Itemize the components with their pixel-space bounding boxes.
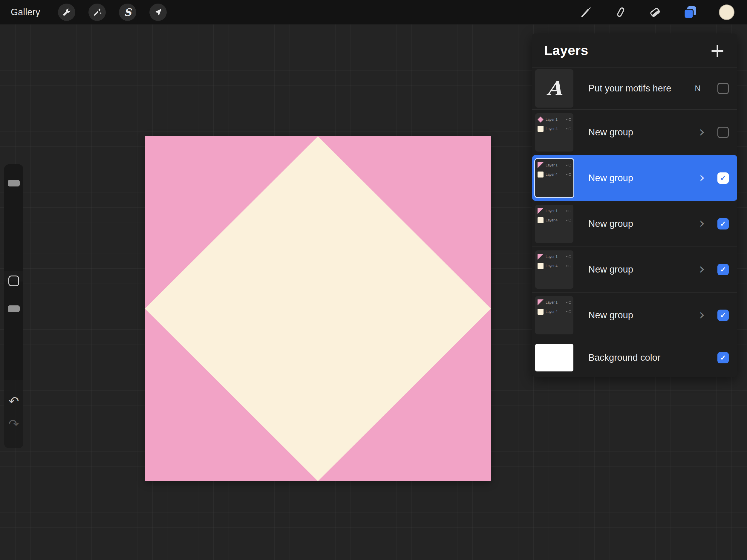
mini-layer-row: Layer 1 (538, 299, 571, 306)
mini-layer-label: Layer 1 (546, 118, 558, 122)
mini-layer-label: Layer 4 (546, 172, 558, 177)
mini-layer-swatch (538, 254, 543, 260)
mini-layer-label: Layer 4 (546, 127, 558, 131)
diamond-motif (145, 136, 491, 481)
mini-layer-row: Layer 4 (538, 308, 571, 315)
expand-group-chevron-icon[interactable]: › (699, 307, 705, 322)
smudge-icon (614, 6, 627, 19)
mini-layer-marks (566, 128, 571, 130)
layer-row-group[interactable]: Layer 1 Layer 4 New group › ✓ (532, 292, 737, 338)
mini-layer-marks (566, 164, 571, 167)
expand-group-chevron-icon[interactable]: › (699, 261, 705, 276)
actions-button[interactable] (58, 4, 75, 21)
artwork-canvas[interactable] (145, 136, 491, 481)
layers-icon (683, 5, 697, 20)
adjustments-button[interactable] (88, 4, 106, 21)
brush-icon (579, 6, 592, 19)
mini-layer-row: Layer 1 (538, 253, 571, 260)
add-layer-button[interactable]: + (710, 42, 725, 59)
layer-title: New group (588, 310, 699, 321)
visibility-checkbox[interactable]: ✓ (717, 310, 729, 321)
mini-layer-label: Layer 1 (546, 300, 558, 305)
gallery-button[interactable]: Gallery (11, 7, 40, 18)
undo-button[interactable]: ↶ (8, 395, 19, 408)
visibility-checkbox[interactable]: ✓ (717, 218, 729, 229)
mini-layer-marks (566, 219, 571, 222)
canvas-workspace[interactable]: ↶ ↷ Layers + A Put your motifs here N La… (0, 25, 747, 560)
background-color-thumbnail (535, 344, 573, 372)
check-icon: ✓ (720, 265, 726, 274)
layer-title: New group (588, 219, 699, 229)
visibility-checkbox[interactable]: ✓ (717, 172, 729, 184)
eraser-tool-button[interactable] (648, 6, 662, 19)
selection-button[interactable]: S (119, 4, 136, 21)
wrench-icon (61, 7, 72, 17)
mini-layer-swatch (538, 309, 543, 315)
mini-layer-row: Layer 4 (538, 262, 571, 270)
blend-mode-badge[interactable]: N (691, 84, 705, 93)
mini-layer-label: Layer 4 (546, 264, 558, 268)
mini-layer-swatch (538, 162, 543, 168)
visibility-checkbox[interactable]: ✓ (717, 352, 729, 363)
opacity-handle[interactable] (8, 305, 20, 312)
topbar-left-group: Gallery S (0, 4, 167, 21)
expand-group-chevron-icon[interactable]: › (699, 170, 705, 184)
layer-title: New group (588, 127, 699, 138)
brush-tool-button[interactable] (579, 6, 592, 19)
layer-row-group[interactable]: Layer 1 Layer 4 New group › (532, 109, 737, 155)
layer-row-background[interactable]: Background color ✓ (532, 338, 737, 377)
active-color-swatch[interactable] (719, 4, 735, 20)
layer-title: Background color (588, 352, 717, 363)
text-layer-a-glyph: A (546, 79, 562, 98)
brush-size-handle[interactable] (8, 180, 20, 186)
mini-layer-row: Layer 1 (538, 116, 571, 123)
mini-layer-row: Layer 4 (538, 125, 571, 132)
mini-layer-swatch (538, 172, 543, 178)
mini-layer-swatch (538, 300, 543, 305)
mini-layer-row: Layer 4 (538, 217, 571, 224)
smudge-tool-button[interactable] (614, 6, 627, 19)
mini-layer-marks (566, 255, 571, 258)
mini-layer-marks (566, 118, 571, 121)
mini-layer-label: Layer 1 (546, 209, 558, 213)
topbar-right-group (579, 4, 747, 20)
layer-row-group[interactable]: Layer 1 Layer 4 New group › ✓ (532, 201, 737, 247)
layer-row-text[interactable]: A Put your motifs here N (532, 68, 737, 109)
check-icon: ✓ (720, 354, 726, 362)
mini-layer-swatch (538, 126, 543, 132)
layer-title: New group (588, 173, 699, 183)
group-thumbnail: Layer 1 Layer 4 (535, 113, 573, 152)
expand-group-chevron-icon[interactable]: › (699, 124, 705, 139)
mini-layer-swatch (538, 217, 543, 223)
eraser-icon (648, 6, 662, 19)
layer-row-group[interactable]: Layer 1 Layer 4 New group › ✓ (532, 247, 737, 292)
mini-layer-label: Layer 1 (546, 163, 558, 167)
visibility-checkbox[interactable] (717, 83, 729, 94)
transform-button[interactable] (149, 4, 167, 21)
mini-layer-marks (566, 173, 571, 176)
layer-title: New group (588, 264, 699, 275)
top-toolbar: Gallery S (0, 0, 747, 25)
sidebar-toolbar: ↶ ↷ (4, 164, 23, 448)
group-thumbnail: Layer 1 Layer 4 (535, 296, 573, 334)
mini-layer-swatch (538, 263, 543, 269)
visibility-checkbox[interactable] (717, 127, 729, 138)
mini-layer-marks (566, 310, 571, 313)
redo-button[interactable]: ↷ (8, 418, 19, 430)
layers-panel-button[interactable] (683, 5, 697, 20)
mini-layer-marks (566, 265, 571, 267)
check-icon: ✓ (720, 174, 726, 182)
group-thumbnail: Layer 1 Layer 4 (535, 205, 573, 243)
layer-row-group-selected[interactable]: Layer 1 Layer 4 New group › ✓ (532, 155, 737, 201)
modify-button[interactable] (8, 276, 19, 286)
expand-group-chevron-icon[interactable]: › (699, 216, 705, 230)
mini-layer-row: Layer 1 (538, 207, 571, 214)
mini-layer-marks (566, 210, 571, 212)
opacity-slider[interactable] (4, 281, 23, 380)
group-thumbnail: Layer 1 Layer 4 (535, 250, 573, 289)
mini-layer-row: Layer 4 (538, 171, 571, 178)
mini-layer-label: Layer 1 (546, 255, 558, 259)
visibility-checkbox[interactable]: ✓ (717, 264, 729, 275)
text-layer-thumbnail: A (535, 69, 573, 108)
layers-panel: Layers + A Put your motifs here N Layer … (532, 33, 737, 377)
